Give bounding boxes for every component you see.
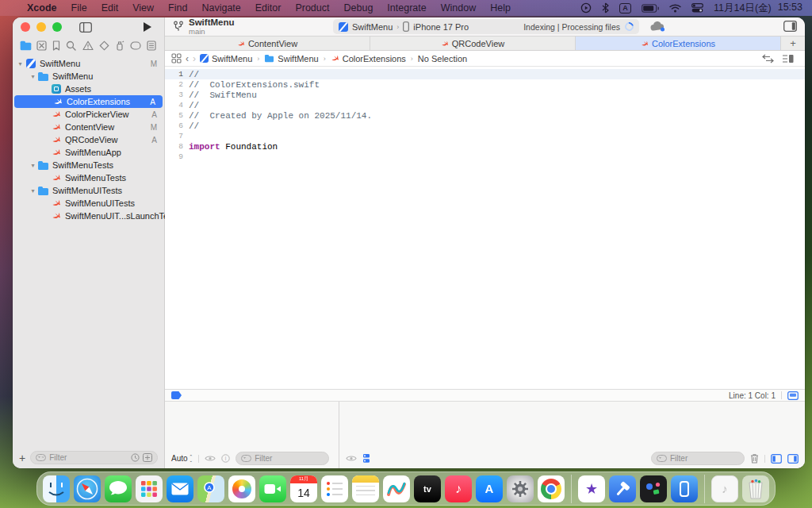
code-line[interactable]: 9 (165, 152, 805, 162)
minimize-window-button[interactable] (36, 22, 46, 32)
input-source-icon[interactable]: A (619, 3, 631, 13)
menu-navigate[interactable]: Navigate (201, 2, 240, 13)
now-playing-icon[interactable] (580, 2, 592, 13)
scheme-name[interactable]: SwiftMenu (352, 22, 393, 32)
dock-facetime[interactable] (259, 475, 286, 502)
debug-navigator-icon[interactable] (115, 40, 124, 51)
code-line[interactable]: 1// (165, 69, 805, 79)
add-file-button[interactable]: + (19, 452, 25, 464)
tree-row-swiftmenuapp[interactable]: SwiftMenuApp (13, 146, 164, 159)
console-mode-icon[interactable] (362, 453, 370, 464)
crumb-project[interactable]: SwiftMenu (200, 54, 252, 64)
dock-freeform[interactable] (383, 475, 410, 502)
dock-maps[interactable]: A (197, 475, 224, 502)
find-navigator-icon[interactable] (66, 40, 76, 51)
eye-icon[interactable] (205, 455, 216, 462)
crumb-selection[interactable]: No Selection (418, 54, 467, 64)
scheme-selector[interactable]: SwiftMenu › iPhone 17 Pro Indexing | Pro… (333, 19, 639, 34)
menu-app[interactable]: Xcode (27, 2, 57, 13)
code-line[interactable]: 5// Created by Apple on 2025/11/14. (165, 110, 805, 121)
dock-chrome[interactable] (538, 475, 565, 502)
recent-files-icon[interactable] (131, 453, 140, 462)
editor-mode-icon[interactable] (787, 391, 799, 400)
dock-safari[interactable] (74, 475, 101, 502)
source-control-status-icon[interactable] (143, 453, 152, 462)
menu-find[interactable]: Find (168, 2, 187, 13)
toggle-inspector-icon[interactable] (783, 21, 797, 32)
run-button[interactable] (144, 22, 151, 32)
dock-games[interactable] (640, 475, 667, 502)
tree-row-uitests-file[interactable]: SwiftMenuUITests (13, 197, 164, 210)
control-center-icon[interactable] (691, 3, 703, 13)
dock-xcode[interactable] (609, 475, 636, 502)
menu-edit[interactable]: Edit (102, 2, 119, 13)
run-destination[interactable]: iPhone 17 Pro (413, 22, 469, 32)
toggle-sidebar-icon[interactable] (79, 22, 92, 33)
menu-editor[interactable]: Editor (255, 2, 282, 13)
console-view[interactable]: Filter (339, 402, 805, 468)
code-line[interactable]: 3// SwiftMenu (165, 90, 805, 100)
tree-row-assets[interactable]: Assets (13, 83, 164, 95)
console-filter-field[interactable]: Filter (651, 452, 745, 465)
battery-icon[interactable] (642, 4, 659, 13)
code-line[interactable]: 8import Foundation (165, 141, 805, 152)
breakpoints-toggle-button[interactable] (171, 391, 182, 399)
menu-product[interactable]: Product (295, 2, 329, 13)
dock-app-store[interactable]: A (476, 475, 503, 502)
add-tab-button[interactable]: + (781, 37, 805, 50)
eye-icon[interactable] (346, 455, 357, 462)
tree-row-tests-file[interactable]: SwiftMenuTests (13, 171, 164, 184)
dock-messages[interactable] (105, 475, 132, 502)
tree-row-colorextensions[interactable]: ColorExtensionsA (14, 95, 163, 108)
code-line[interactable]: 6// (165, 121, 805, 131)
menu-debug[interactable]: Debug (344, 2, 373, 13)
dock-music[interactable]: ♪ (445, 475, 472, 502)
dock-reminders[interactable] (321, 475, 348, 502)
project-navigator-icon[interactable] (21, 42, 32, 49)
toggle-variables-icon[interactable] (771, 454, 782, 464)
crumb-file[interactable]: ColorExtensions (331, 54, 406, 64)
adjust-editor-options-icon[interactable] (782, 54, 794, 64)
dock-calendar[interactable]: 11月14 (290, 475, 317, 502)
scope-dropdown[interactable]: Auto⌃⌄ (171, 454, 193, 463)
dock-apple-tv[interactable]: tv (414, 475, 441, 502)
activity-viewer[interactable]: Indexing | Processing files (523, 22, 634, 32)
wifi-icon[interactable] (669, 4, 681, 13)
tree-row-uitests-group[interactable]: ▾SwiftMenuUITests (13, 184, 164, 197)
tree-row-project[interactable]: ▾SwiftMenuM (13, 57, 164, 70)
source-editor[interactable]: 1// 2// ColorExtensions.swift 3// SwiftM… (165, 67, 805, 389)
issues-navigator-icon[interactable] (82, 40, 94, 51)
variables-filter-field[interactable]: Filter (236, 452, 329, 465)
dock-trash[interactable] (742, 475, 769, 502)
bookmarks-navigator-icon[interactable] (52, 40, 60, 51)
code-review-icon[interactable] (762, 54, 774, 64)
dock-system-settings[interactable] (507, 475, 534, 502)
dock-finder[interactable] (43, 475, 70, 502)
tree-row-tests-group[interactable]: ▾SwiftMenuTests (13, 159, 164, 171)
back-button[interactable]: ‹ (186, 53, 189, 64)
related-items-icon[interactable] (171, 53, 182, 64)
dock-launchpad[interactable] (136, 475, 163, 502)
crumb-group[interactable]: SwiftMenu (264, 54, 318, 64)
tab-qrcodeview[interactable]: QRCodeView (370, 37, 576, 50)
breakpoints-navigator-icon[interactable] (130, 41, 141, 50)
bluetooth-icon[interactable] (602, 2, 609, 13)
cloud-status-icon[interactable] (650, 21, 665, 32)
dock-imovie[interactable]: ★ (578, 475, 605, 502)
menu-date[interactable]: 11月14日(金) (714, 2, 772, 15)
menu-time[interactable]: 15:53 (778, 2, 802, 15)
toggle-console-icon[interactable] (787, 454, 799, 464)
info-icon[interactable]: i (221, 454, 230, 463)
menu-integrate[interactable]: Integrate (387, 2, 426, 13)
tree-row-colorpickerview[interactable]: ColorPickerViewA (13, 108, 164, 121)
reports-navigator-icon[interactable] (147, 40, 156, 51)
code-line[interactable]: 4// (165, 100, 805, 110)
tree-row-group[interactable]: ▾SwiftMenu (13, 70, 164, 83)
variables-view[interactable]: Auto⌃⌄ i Filter (165, 402, 339, 468)
tree-row-launchtests-file[interactable]: SwiftMenuUIT...sLaunchTests (13, 210, 164, 222)
source-control-navigator-icon[interactable] (36, 40, 47, 51)
tree-row-contentview[interactable]: ContentViewM (13, 121, 164, 133)
code-line[interactable]: 7 (165, 131, 805, 141)
menu-view[interactable]: View (132, 2, 154, 13)
dock-photos[interactable] (228, 475, 255, 502)
